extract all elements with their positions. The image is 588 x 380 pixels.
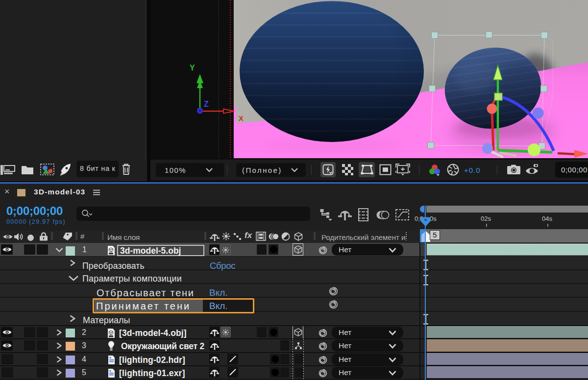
svg-text:Z: Z (204, 100, 209, 108)
svg-text:X: X (239, 114, 244, 122)
svg-text:Y: Y (190, 64, 195, 72)
